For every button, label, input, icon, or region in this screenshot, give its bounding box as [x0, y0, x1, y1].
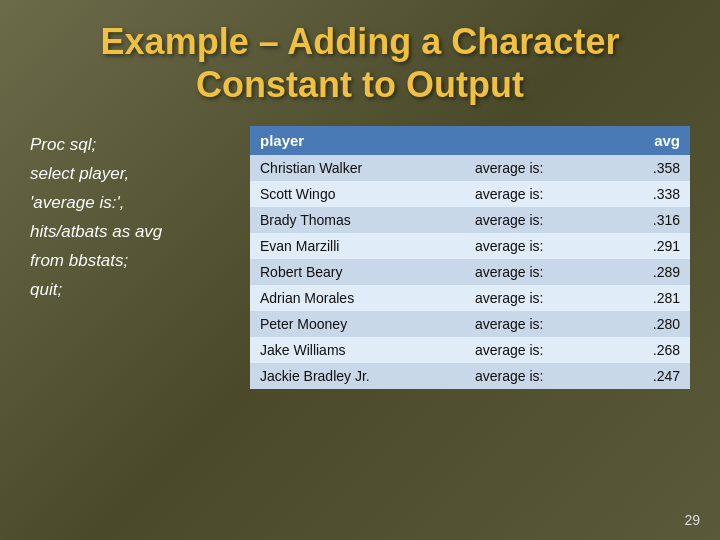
cell-player: Peter Mooney: [250, 311, 465, 337]
cell-label: average is:: [465, 155, 612, 181]
page-number: 29: [684, 512, 700, 528]
title-line2: Constant to Output: [196, 64, 524, 105]
cell-player: Adrian Morales: [250, 285, 465, 311]
cell-avg: .280: [612, 311, 690, 337]
cell-label: average is:: [465, 233, 612, 259]
cell-label: average is:: [465, 181, 612, 207]
cell-avg: .289: [612, 259, 690, 285]
title-line1: Example – Adding a Character: [101, 21, 620, 62]
table-row: Jake Williamsaverage is:.268: [250, 337, 690, 363]
content-area: Proc sql; select player, 'average is:', …: [30, 126, 690, 520]
cell-avg: .358: [612, 155, 690, 181]
code-block: Proc sql; select player, 'average is:', …: [30, 126, 230, 520]
cell-player: Scott Wingo: [250, 181, 465, 207]
table-row: Adrian Moralesaverage is:.281: [250, 285, 690, 311]
slide: Example – Adding a Character Constant to…: [0, 0, 720, 540]
table-area: player avg Christian Walkeraverage is:.3…: [250, 126, 690, 520]
table-row: Peter Mooneyaverage is:.280: [250, 311, 690, 337]
code-line: quit;: [30, 276, 230, 305]
code-line: hits/atbats as avg: [30, 218, 230, 247]
col-header-avg: avg: [612, 126, 690, 155]
table-row: Scott Wingoaverage is:.338: [250, 181, 690, 207]
cell-player: Christian Walker: [250, 155, 465, 181]
table-body: Christian Walkeraverage is:.358Scott Win…: [250, 155, 690, 389]
cell-player: Brady Thomas: [250, 207, 465, 233]
cell-avg: .281: [612, 285, 690, 311]
data-table: player avg Christian Walkeraverage is:.3…: [250, 126, 690, 389]
cell-avg: .291: [612, 233, 690, 259]
cell-label: average is:: [465, 363, 612, 389]
code-line: 'average is:',: [30, 189, 230, 218]
table-row: Brady Thomasaverage is:.316: [250, 207, 690, 233]
col-header-player: player: [250, 126, 465, 155]
table-row: Robert Bearyaverage is:.289: [250, 259, 690, 285]
col-header-label: [465, 126, 612, 155]
cell-player: Robert Beary: [250, 259, 465, 285]
slide-title: Example – Adding a Character Constant to…: [30, 20, 690, 106]
cell-avg: .338: [612, 181, 690, 207]
cell-label: average is:: [465, 285, 612, 311]
cell-label: average is:: [465, 337, 612, 363]
table-row: Evan Marzilliaverage is:.291: [250, 233, 690, 259]
cell-player: Jake Williams: [250, 337, 465, 363]
code-line: Proc sql;: [30, 131, 230, 160]
cell-label: average is:: [465, 311, 612, 337]
code-line: select player,: [30, 160, 230, 189]
cell-player: Evan Marzilli: [250, 233, 465, 259]
cell-avg: .247: [612, 363, 690, 389]
code-line: from bbstats;: [30, 247, 230, 276]
table-header-row: player avg: [250, 126, 690, 155]
table-row: Christian Walkeraverage is:.358: [250, 155, 690, 181]
cell-label: average is:: [465, 207, 612, 233]
cell-avg: .316: [612, 207, 690, 233]
table-row: Jackie Bradley Jr.average is:.247: [250, 363, 690, 389]
cell-player: Jackie Bradley Jr.: [250, 363, 465, 389]
cell-label: average is:: [465, 259, 612, 285]
cell-avg: .268: [612, 337, 690, 363]
title-area: Example – Adding a Character Constant to…: [30, 20, 690, 106]
